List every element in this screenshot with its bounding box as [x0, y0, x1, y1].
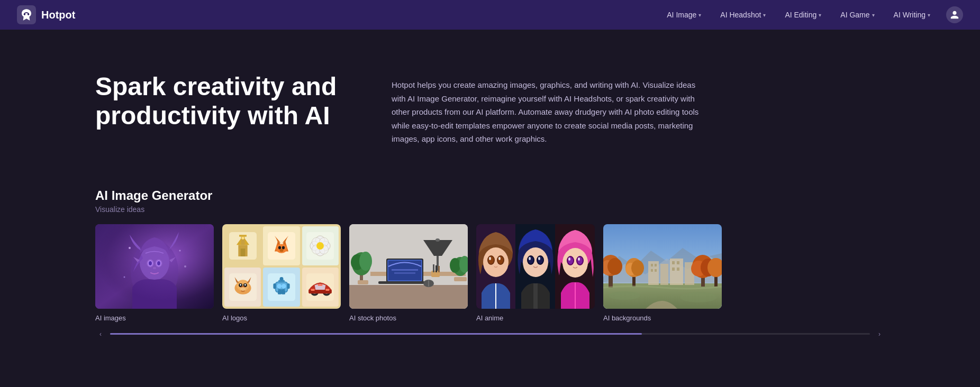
- scroll-right-button[interactable]: ›: [874, 329, 885, 339]
- svg-rect-4: [95, 224, 214, 309]
- svg-point-147: [631, 260, 644, 276]
- svg-point-17: [153, 267, 156, 269]
- nav-label-ai-game: AI Game: [840, 11, 869, 19]
- card-image-ai-images: [95, 224, 214, 309]
- svg-rect-88: [378, 281, 431, 284]
- card-ai-stock-photos[interactable]: AI stock photos: [349, 224, 468, 322]
- svg-point-82: [435, 238, 440, 242]
- nav-item-ai-headshot[interactable]: AI Headshot ▾: [713, 6, 773, 23]
- svg-rect-99: [433, 264, 434, 272]
- hero-section: Spark creativity and productivity with A…: [0, 30, 980, 178]
- card-ai-backgrounds[interactable]: AI backgrounds: [603, 224, 722, 322]
- svg-rect-155: [655, 269, 657, 272]
- nav-items: AI Image ▾ AI Headshot ▾ AI Editing ▾ AI…: [659, 6, 963, 23]
- svg-rect-154: [651, 269, 653, 272]
- svg-point-95: [450, 258, 460, 273]
- svg-point-15: [124, 276, 125, 278]
- svg-point-44: [316, 242, 324, 250]
- hero-right: Hotpot helps you create amazing images, …: [392, 72, 709, 146]
- svg-rect-157: [677, 261, 679, 264]
- svg-rect-23: [240, 248, 245, 256]
- nav-label-ai-writing: AI Writing: [894, 11, 925, 19]
- svg-rect-62: [287, 283, 289, 289]
- svg-point-14: [179, 250, 181, 251]
- svg-rect-150: [670, 259, 683, 285]
- image-generator-section: AI Image Generator Visualize ideas: [0, 178, 980, 361]
- svg-rect-78: [349, 285, 468, 309]
- svg-point-166: [609, 291, 640, 300]
- svg-rect-64: [282, 290, 285, 294]
- svg-point-16: [184, 265, 186, 268]
- chevron-down-icon-ai-image: ▾: [698, 12, 701, 18]
- svg-rect-148: [648, 261, 659, 285]
- logos-grid: [222, 224, 341, 309]
- svg-point-9: [149, 261, 152, 265]
- svg-point-135: [578, 257, 580, 261]
- svg-rect-73: [318, 284, 323, 285]
- nav-item-ai-game[interactable]: AI Game ▾: [833, 6, 882, 23]
- scroll-left-button[interactable]: ‹: [95, 329, 106, 339]
- nav-item-ai-editing[interactable]: AI Editing ▾: [777, 6, 829, 23]
- svg-point-143: [607, 258, 622, 275]
- card-ai-images[interactable]: AI images: [95, 224, 214, 322]
- svg-point-1: [24, 13, 26, 15]
- svg-rect-97: [454, 277, 467, 281]
- card-ai-anime[interactable]: AI anime: [476, 224, 595, 322]
- scroll-track[interactable]: [110, 333, 870, 335]
- user-menu-button[interactable]: [946, 6, 963, 23]
- svg-rect-74: [311, 289, 315, 290]
- svg-rect-101: [438, 266, 440, 272]
- logo-cell-church: [224, 226, 261, 265]
- card-label-ai-logos: AI logos: [222, 314, 247, 322]
- logo-cell-flower: [302, 226, 339, 265]
- svg-point-2: [28, 13, 30, 15]
- cards-wrapper: AI images: [95, 224, 885, 339]
- svg-point-66: [280, 277, 284, 280]
- logo-link[interactable]: Hotpot: [17, 5, 75, 24]
- logo-cell-car: [302, 268, 339, 307]
- svg-point-12: [156, 260, 162, 267]
- svg-rect-158: [672, 268, 675, 271]
- svg-point-5: [131, 240, 178, 303]
- nav-label-ai-image: AI Image: [667, 11, 696, 19]
- chevron-down-icon-ai-headshot: ▾: [763, 12, 766, 18]
- nav-item-ai-writing[interactable]: AI Writing ▾: [886, 6, 938, 23]
- svg-rect-152: [651, 264, 653, 266]
- logo-cell-corgi: [224, 268, 261, 307]
- card-image-ai-logos: [222, 224, 341, 309]
- card-label-ai-images: AI images: [95, 314, 126, 322]
- card-ai-logos[interactable]: AI logos: [222, 224, 341, 322]
- card-label-ai-stock-photos: AI stock photos: [349, 314, 396, 322]
- svg-rect-126: [533, 283, 538, 309]
- stock-photo-illustration: [349, 224, 468, 309]
- backgrounds-illustration: [603, 224, 722, 309]
- svg-point-7: [148, 260, 153, 266]
- svg-rect-149: [660, 264, 668, 285]
- card-label-ai-anime: AI anime: [476, 314, 503, 322]
- svg-point-11: [147, 260, 153, 267]
- svg-point-59: [277, 283, 282, 288]
- svg-rect-75: [326, 289, 330, 290]
- svg-point-119: [523, 247, 548, 277]
- svg-rect-86: [392, 269, 418, 271]
- card-image-ai-stock-photos: [349, 224, 468, 309]
- svg-rect-3: [95, 224, 214, 309]
- svg-rect-61: [273, 283, 276, 289]
- svg-point-92: [359, 252, 372, 271]
- hero-title: Spark creativity and productivity with A…: [95, 72, 349, 130]
- section-subtitle: Visualize ideas: [95, 205, 885, 214]
- svg-point-30: [278, 246, 281, 249]
- svg-point-10: [157, 261, 160, 265]
- chevron-down-icon-ai-editing: ▾: [819, 12, 821, 18]
- svg-point-129: [562, 248, 588, 278]
- anime-illustration: [476, 224, 595, 309]
- svg-rect-100: [435, 265, 437, 272]
- nav-item-ai-image[interactable]: AI Image ▾: [659, 6, 709, 23]
- nav-label-ai-editing: AI Editing: [785, 11, 816, 19]
- svg-point-13: [129, 247, 131, 249]
- card-image-ai-backgrounds: [603, 224, 722, 309]
- scroll-bar-container: ‹ ›: [95, 329, 885, 339]
- svg-rect-93: [358, 280, 368, 284]
- svg-point-115: [489, 257, 491, 260]
- svg-point-55: [240, 287, 245, 291]
